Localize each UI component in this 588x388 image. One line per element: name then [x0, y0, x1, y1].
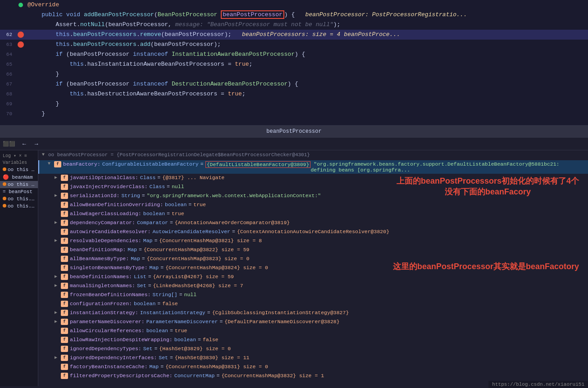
var-type: Map: [128, 247, 137, 253]
var-row-configfrozen[interactable]: f configurationFrozen: boolean = false: [38, 300, 588, 309]
expand-arrow[interactable]: [55, 310, 61, 315]
root-var-row[interactable]: oo beanPostProcessor = {PostProcessorReg…: [38, 151, 588, 160]
expand-arrow[interactable]: [55, 193, 61, 198]
var-value: {ContextAnnotationAutowireCandidateResol…: [237, 229, 389, 235]
var-value: null: [172, 184, 184, 189]
var-row-instantiation[interactable]: f instantiationStrategy: InstantiationSt…: [38, 309, 588, 318]
var-row-frozen[interactable]: f frozenBeanDefinitionNames: String[] = …: [38, 291, 588, 300]
sidebar-item-this2[interactable]: oo this = {De: [0, 181, 38, 188]
expand-arrow[interactable]: [55, 175, 61, 180]
var-row-ignoreddep[interactable]: f ignoredDependencyTypes: Set = {HashSet…: [38, 345, 588, 354]
var-type: Set: [159, 355, 168, 361]
var-row-paramname[interactable]: f parameterNameDiscoverer: ParameterName…: [38, 318, 588, 327]
expand-arrow[interactable]: [55, 283, 61, 288]
var-eq: =: [167, 184, 170, 189]
code-line-63: 63 this.beanPostProcessors.add(beanPostP…: [0, 40, 588, 50]
var-name: manualSingletonNames:: [70, 283, 135, 289]
var-name: javaxInjectProviderClass:: [70, 184, 148, 189]
var-icon: f: [61, 283, 68, 289]
var-type: InstantiationStrategy: [140, 310, 205, 316]
back-button[interactable]: ←: [19, 140, 29, 148]
var-name: beanDefinitionMap:: [70, 247, 126, 253]
root-expand[interactable]: [42, 152, 48, 157]
code-line-62: 62 this.beanPostProcessors.remove(beanPo…: [0, 30, 588, 40]
var-eq: =: [160, 364, 164, 370]
var-eq: =: [170, 220, 173, 226]
expand-arrow[interactable]: [55, 220, 61, 225]
beanfactory-value: {DefaultListableBeanFactory@3809}: [205, 161, 311, 168]
sidebar-item-this1[interactable]: oo this = {De: [0, 166, 38, 173]
line-num: 69: [0, 101, 16, 107]
var-row-beandefnames[interactable]: f beanDefinitionNames: List = {ArrayList…: [38, 273, 588, 282]
var-value: {@3817} ... Navigate: [162, 175, 224, 180]
orange-dot: [3, 167, 6, 171]
var-name: factoryBeanInstanceCache:: [70, 364, 148, 370]
var-row-depcomp[interactable]: f dependencyComparator: Comparator = {An…: [38, 219, 588, 228]
var-name: ignoredDependencyInterfaces:: [70, 355, 157, 361]
var-name: instantiationStrategy:: [70, 310, 138, 316]
var-row-allowbean[interactable]: f allowBeanDefinitionOverriding: boolean…: [38, 201, 588, 210]
var-type: AutowireCandidateResolver: [152, 229, 230, 235]
var-eq: =: [170, 328, 173, 334]
sidebar-item-beannam[interactable]: 🔴 beanNam: [0, 173, 38, 181]
debug-vars[interactable]: oo beanPostProcessor = {PostProcessorReg…: [38, 150, 588, 386]
var-row-singleton[interactable]: f singletonBeanNamesByType: Map = {Concu…: [38, 264, 588, 273]
beanfactory-row[interactable]: f beanFactory: ConfigurableListableBeanF…: [38, 160, 588, 174]
var-row-ignorediface[interactable]: f ignoredDependencyInterfaces: Set = {Ha…: [38, 354, 588, 363]
var-icon: f: [61, 328, 68, 334]
code-line-assert: Assert.notNull(beanPostProcessor, messag…: [0, 20, 588, 30]
var-eq: =: [167, 211, 170, 217]
var-icon-f: f: [54, 161, 61, 167]
orange-dot2: [3, 182, 6, 186]
var-row-circular[interactable]: f allowCircularReferences: boolean = tru…: [38, 327, 588, 336]
var-row-manual[interactable]: f manualSingletonNames: Set = {LinkedHas…: [38, 282, 588, 291]
var-row-beandefmap[interactable]: f beanDefinitionMap: Map = {ConcurrentHa…: [38, 246, 588, 255]
sidebar-item-hasin[interactable]: oo this.hasIn: [0, 195, 38, 203]
code-line-68: 68 this.hasDestructionAwareBeanPostProce…: [0, 89, 588, 99]
var-type: ParameterNameDiscoverer: [146, 319, 218, 325]
beanfactory-eq: =: [201, 161, 204, 167]
expand-arrow[interactable]: [55, 274, 61, 279]
var-eq: =: [148, 283, 151, 289]
var-row-resolvable[interactable]: f resolvableDependencies: Map = {Concurr…: [38, 237, 588, 246]
var-row-allbeans[interactable]: f allBeanNamesByType: Map = {ConcurrentH…: [38, 255, 588, 264]
url-bar: https://blog.csdn.net/xiaorui51: [488, 381, 588, 388]
var-icon: f: [61, 238, 68, 244]
var-value: false: [203, 337, 219, 343]
var-eq: =: [179, 292, 182, 298]
var-icon: f: [61, 220, 68, 226]
line-content: Assert.notNull(beanPostProcessor, messag…: [26, 20, 588, 30]
var-row-serial[interactable]: f serializationId: String = "org.springf…: [38, 192, 588, 201]
sidebar-item-beanpost[interactable]: = beanPost: [0, 188, 38, 195]
var-row-alloweager[interactable]: f allowEagerClassLoading: boolean = true: [38, 210, 588, 219]
forward-button[interactable]: →: [31, 140, 41, 148]
var-icon: f: [61, 211, 68, 217]
var-row-javax[interactable]: f javaxInjectProviderClass: Class = null: [38, 183, 588, 192]
sidebar-item-beanf[interactable]: oo this.beanF: [0, 203, 38, 210]
var-value: {ArrayList@4267} size = 59: [153, 274, 234, 280]
var-icon: f: [61, 346, 68, 352]
var-row-javautil[interactable]: f javaUtilOptionalClass: Class = {@3817}…: [38, 174, 588, 183]
var-icon: f: [61, 319, 68, 325]
line-content: if (beanPostProcessor instanceof Destruc…: [26, 79, 588, 89]
beanfactory-expand[interactable]: [48, 161, 54, 166]
expand-arrow[interactable]: [55, 355, 61, 360]
var-value: {ConcurrentHashMap@3821} size = 8: [159, 238, 262, 244]
expand-arrow[interactable]: [55, 238, 61, 243]
var-row-autowire[interactable]: f autowireCandidateResolver: AutowireCan…: [38, 228, 588, 237]
expand-arrow[interactable]: [55, 319, 61, 324]
code-line-method-sig: public void addBeanPostProcessor(BeanPos…: [0, 10, 588, 20]
var-eq: =: [207, 310, 210, 316]
var-row-rawinjection[interactable]: f allowRawInjectionDespiteWrapping: bool…: [38, 336, 588, 345]
var-name: parameterNameDiscoverer:: [70, 319, 145, 325]
line-num: 67: [0, 81, 16, 87]
var-name: allBeanNamesByType:: [70, 256, 129, 262]
var-row-filtered[interactable]: f filteredPropertyDescriptorsCache: Conc…: [38, 372, 588, 381]
var-row-factorybean[interactable]: f factoryBeanInstanceCache: Map = {Concu…: [38, 363, 588, 372]
var-name: allowCircularReferences:: [70, 328, 145, 334]
bp-green: [18, 3, 23, 7]
var-eq: =: [154, 346, 157, 352]
beanfactory-name: beanFactory:: [63, 161, 100, 167]
var-icon: f: [61, 229, 68, 235]
var-icon: f: [61, 301, 68, 307]
